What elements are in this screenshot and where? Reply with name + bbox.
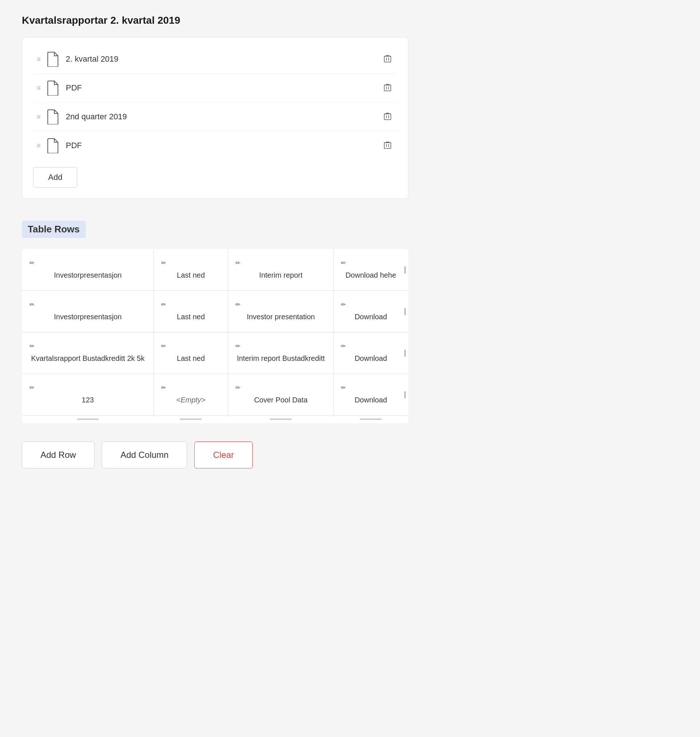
add-column-button[interactable]: Add Column: [102, 441, 187, 469]
edit-icon[interactable]: ✏: [161, 301, 166, 308]
cell-value: Last ned: [177, 353, 205, 363]
scrollbar-row: [22, 416, 408, 423]
cell-value: Interim report Bustadkreditt: [237, 353, 325, 363]
table-cell: ✏ Last ned: [153, 332, 228, 374]
edit-icon[interactable]: ✏: [29, 343, 34, 349]
page-title: Kvartalsrapportar 2. kvartal 2019: [22, 15, 678, 26]
cell-value: Cover Pool Data: [254, 395, 308, 405]
drag-handle-icon[interactable]: ≡: [37, 84, 40, 92]
file-name: PDF: [66, 141, 382, 150]
table-cell: ✏ <Empty>: [153, 374, 228, 416]
table-row: ✏ Investorpresentasjon ✏ Last ned ✏ Inte…: [22, 249, 408, 291]
cell-value: Download hehe: [346, 270, 396, 280]
edit-icon[interactable]: ✏: [235, 301, 240, 308]
file-name: PDF: [66, 83, 382, 93]
cell-value: Investor presentation: [247, 312, 315, 322]
table-cell: ✏ Investorpresentasjon: [22, 249, 154, 291]
table-cell: ✏ Kvartalsrapport Bustadkreditt 2k 5k: [22, 332, 154, 374]
edit-icon[interactable]: ✏: [235, 384, 240, 391]
file-row-1: ≡ 2. kvartal 2019: [33, 45, 397, 74]
cell-value: Last ned: [177, 270, 205, 280]
svg-rect-12: [384, 143, 391, 149]
cell-value: Investorpresentasjon: [54, 270, 122, 280]
file-row-4: ≡ PDF: [33, 131, 397, 160]
file-icon: [46, 138, 59, 153]
table-cell: ✏ Download hehe: [334, 249, 408, 291]
drag-handle-icon[interactable]: ≡: [37, 56, 40, 63]
cell-value: 123: [82, 395, 94, 405]
cell-value: Interim report: [259, 270, 303, 280]
cell-value: Download: [355, 312, 387, 322]
table-cell: ✏ Interim report: [228, 249, 334, 291]
scrollbar-track-cell: [22, 416, 154, 423]
svg-rect-8: [384, 114, 391, 120]
table-row: ✏ Investorpresentasjon ✏ Last ned ✏ Inve…: [22, 291, 408, 332]
add-file-button[interactable]: Add: [33, 167, 77, 187]
cell-value: Download: [355, 395, 387, 405]
edit-icon[interactable]: ✏: [161, 384, 166, 391]
delete-file-button[interactable]: [382, 52, 393, 66]
bottom-actions: Add Row Add Column Clear: [22, 441, 408, 469]
table-row: ✏ Kvartalsrapport Bustadkreditt 2k 5k ✏ …: [22, 332, 408, 374]
table-cell: ✏ 123: [22, 374, 154, 416]
table-cell: ✏ Last ned: [153, 291, 228, 332]
delete-file-button[interactable]: [382, 81, 393, 95]
file-icon: [46, 80, 59, 96]
add-row-button[interactable]: Add Row: [22, 441, 94, 469]
row-handle[interactable]: [404, 391, 406, 398]
table-cell: ✏ Download: [334, 374, 408, 416]
table-row: ✏ 123 ✏ <Empty> ✏ Cover Pool Data: [22, 374, 408, 416]
cell-value: Download: [355, 353, 387, 363]
drag-handle-icon[interactable]: ≡: [37, 113, 40, 121]
edit-icon[interactable]: ✏: [161, 343, 166, 349]
table-cell: ✏ Download: [334, 291, 408, 332]
file-icon: [46, 52, 59, 67]
file-row-2: ≡ PDF: [33, 74, 397, 103]
table-cell: ✏ Cover Pool Data: [228, 374, 334, 416]
delete-file-button[interactable]: [382, 110, 393, 124]
svg-rect-0: [384, 56, 391, 62]
files-card: ≡ 2. kvartal 2019 ≡ PDF ≡: [22, 37, 408, 199]
table-cell: ✏ Interim report Bustadkreditt: [228, 332, 334, 374]
row-handle[interactable]: [404, 308, 406, 315]
edit-icon[interactable]: ✏: [29, 259, 34, 266]
table-cell: ✏ Download: [334, 332, 408, 374]
clear-button[interactable]: Clear: [194, 441, 252, 469]
row-handle[interactable]: [404, 266, 406, 274]
cell-value: <Empty>: [176, 395, 205, 405]
drag-handle-icon[interactable]: ≡: [37, 142, 40, 150]
edit-icon[interactable]: ✏: [341, 259, 346, 266]
file-row-3: ≡ 2nd quarter 2019: [33, 103, 397, 131]
section-heading: Table Rows: [22, 221, 86, 238]
edit-icon[interactable]: ✏: [341, 301, 346, 308]
data-table: ✏ Investorpresentasjon ✏ Last ned ✏ Inte…: [22, 249, 408, 423]
table-section: Table Rows ✏ Investorpresentasjon ✏ Last…: [22, 221, 408, 423]
edit-icon[interactable]: ✏: [29, 301, 34, 308]
delete-file-button[interactable]: [382, 139, 393, 153]
edit-icon[interactable]: ✏: [341, 384, 346, 391]
scrollbar-track-cell: [153, 416, 228, 423]
file-name: 2. kvartal 2019: [66, 55, 382, 64]
svg-rect-4: [384, 85, 391, 91]
cell-value: Kvartalsrapport Bustadkreditt 2k 5k: [31, 353, 144, 363]
table-cell: ✏ Last ned: [153, 249, 228, 291]
cell-value: Investorpresentasjon: [54, 312, 122, 322]
edit-icon[interactable]: ✏: [29, 384, 34, 391]
scrollbar-track-cell: [228, 416, 334, 423]
scrollbar-track-cell: [334, 416, 408, 423]
edit-icon[interactable]: ✏: [235, 259, 240, 266]
row-handle[interactable]: [404, 349, 406, 357]
file-icon: [46, 109, 59, 124]
table-cell: ✏ Investor presentation: [228, 291, 334, 332]
cell-value: Last ned: [177, 312, 205, 322]
edit-icon[interactable]: ✏: [341, 343, 346, 349]
table-cell: ✏ Investorpresentasjon: [22, 291, 154, 332]
file-name: 2nd quarter 2019: [66, 112, 382, 121]
edit-icon[interactable]: ✏: [161, 259, 166, 266]
edit-icon[interactable]: ✏: [235, 343, 240, 349]
